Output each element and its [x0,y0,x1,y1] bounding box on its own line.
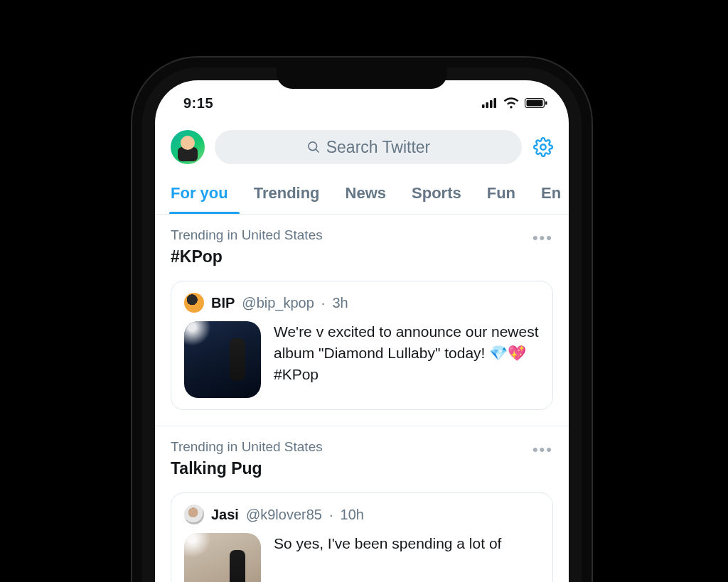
tweet-user-name: Jasi [211,507,239,523]
wifi-icon [503,97,519,109]
more-button[interactable]: ••• [532,227,553,247]
tab-entertainment[interactable]: En [528,174,569,214]
svg-rect-6 [545,102,547,105]
more-button[interactable]: ••• [532,439,553,459]
tweet-media-thumb[interactable] [184,533,261,582]
svg-line-8 [316,149,318,152]
settings-button[interactable] [532,136,555,158]
tab-trending[interactable]: Trending [241,174,333,214]
tab-sports[interactable]: Sports [399,174,474,214]
svg-rect-0 [482,104,485,108]
cellular-icon [482,98,498,108]
tweet-media-thumb[interactable] [184,321,261,398]
profile-avatar[interactable] [171,130,205,164]
phone-notch [277,68,447,89]
tweet-text: We're v excited to announce our newest a… [274,321,540,398]
trend-title: #KPop [171,247,323,266]
search-placeholder: Search Twitter [326,138,431,157]
tab-news[interactable]: News [333,174,399,214]
tweet-time: 10h [341,507,364,523]
tabs[interactable]: For you Trending News Sports Fun En [155,174,569,215]
dot-separator: · [321,295,326,311]
tweet-avatar[interactable] [184,505,204,524]
tab-fun[interactable]: Fun [474,174,528,214]
tweet-avatar[interactable] [184,293,204,313]
tweet-time: 3h [332,295,348,311]
trend-context: Trending in United States [171,439,323,455]
trend-title: Talking Pug [171,459,323,478]
status-indicators [482,97,547,109]
trend-context: Trending in United States [171,227,323,243]
search-icon [306,140,321,154]
battery-icon [525,98,547,108]
tweet-card[interactable]: BIP @bip_kpop · 3h We're v excited to an… [171,281,553,410]
svg-point-9 [540,144,545,149]
dot-separator: · [329,507,333,523]
svg-rect-5 [527,100,543,107]
svg-point-7 [309,142,317,151]
tweet-user-handle: @bip_kpop [242,295,314,311]
svg-rect-1 [486,102,489,108]
tab-for-you[interactable]: For you [158,174,241,214]
tweet-header: BIP @bip_kpop · 3h [184,293,540,313]
gear-icon [533,137,553,157]
trend-item[interactable]: Trending in United States #KPop ••• BIP … [155,215,569,426]
svg-rect-2 [490,100,493,108]
tweet-card[interactable]: Jasi @k9lover85 · 10h So yes, I've been … [171,492,553,582]
status-time: 9:15 [183,95,213,112]
tweet-user-handle: @k9lover85 [246,507,322,523]
tweet-text: So yes, I've been spending a lot of [274,533,501,582]
trend-item[interactable]: Trending in United States Talking Pug ••… [155,426,569,582]
svg-rect-3 [494,98,497,108]
search-input[interactable]: Search Twitter [215,130,522,164]
app-header: Search Twitter [155,116,569,174]
screen: 9:15 Search Twitter For you Trending New… [155,80,569,582]
phone-frame: 9:15 Search Twitter For you Trending New… [142,68,582,582]
tweet-header: Jasi @k9lover85 · 10h [184,505,540,524]
tweet-user-name: BIP [211,295,235,311]
